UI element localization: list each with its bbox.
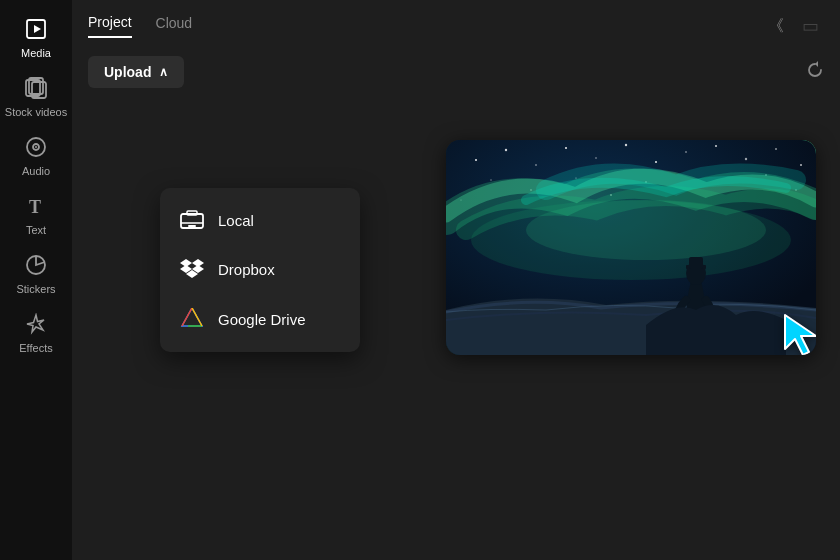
upload-row: Upload ∧ [72,44,840,100]
content-area: Local Dropbox [72,100,840,560]
local-icon [180,210,204,230]
dropdown-item-google-drive[interactable]: Google Drive [160,294,360,344]
svg-point-7 [35,146,37,148]
svg-point-27 [565,147,567,149]
effects-icon [25,313,47,338]
dropdown-item-drive-label: Google Drive [218,311,306,328]
media-icon [25,18,47,43]
aurora-background [446,140,816,355]
sidebar-item-media[interactable]: Media [0,8,72,67]
sidebar-item-label-text: Text [26,224,46,236]
svg-line-21 [182,308,192,326]
sidebar-item-audio[interactable]: Audio [0,126,72,185]
upload-label: Upload [104,64,151,80]
svg-text:T: T [29,197,41,217]
dropdown-item-local-label: Local [218,212,254,229]
dropdown-item-dropbox-label: Dropbox [218,261,275,278]
sidebar-item-stock-videos[interactable]: Stock videos [0,67,72,126]
svg-point-36 [490,179,491,180]
svg-point-24 [475,159,477,161]
dropbox-icon [180,258,204,280]
image-preview [446,140,816,355]
main-panel: Project Cloud 《 ▭ Upload ∧ [72,0,840,560]
aurora-svg [446,140,816,355]
sidebar-item-label-stock: Stock videos [5,106,67,118]
tab-bar: Project Cloud 《 ▭ [72,0,840,44]
svg-point-29 [625,144,627,146]
sidebar-item-stickers[interactable]: Stickers [0,244,72,303]
upload-button[interactable]: Upload ∧ [88,56,184,88]
svg-marker-19 [182,308,202,326]
sidebar-item-effects[interactable]: Effects [0,303,72,362]
dropdown-item-local[interactable]: Local [160,196,360,244]
svg-point-34 [775,148,777,150]
collapse-panel-button[interactable]: 《 [768,16,784,37]
text-icon: T [25,195,47,220]
tab-cloud[interactable]: Cloud [156,15,193,37]
dropdown-item-dropbox[interactable]: Dropbox [160,244,360,294]
svg-line-22 [192,308,202,326]
sidebar: Media Stock videos Audio T Text [0,0,72,560]
upload-chevron-icon: ∧ [159,65,168,79]
svg-point-33 [745,158,747,160]
svg-point-35 [800,164,802,166]
sidebar-item-label-audio: Audio [22,165,50,177]
svg-marker-1 [34,25,41,33]
svg-point-32 [715,145,717,147]
svg-point-45 [526,200,766,260]
svg-rect-49 [689,257,703,269]
sidebar-item-label-media: Media [21,47,51,59]
google-drive-icon [180,308,204,330]
svg-point-28 [595,157,597,159]
svg-point-31 [685,151,687,153]
refresh-button[interactable] [806,61,824,83]
svg-point-30 [655,161,657,163]
sidebar-item-text[interactable]: T Text [0,185,72,244]
cursor-arrow [781,311,816,355]
sidebar-item-label-effects: Effects [19,342,52,354]
sidebar-item-label-stickers: Stickers [16,283,55,295]
panel-thumbnail: ▭ [796,12,824,40]
tab-actions: 《 ▭ [768,12,824,40]
svg-point-26 [535,164,537,166]
svg-point-25 [505,149,507,151]
stickers-icon [25,254,47,279]
audio-icon [25,136,47,161]
stock-videos-icon [25,77,47,102]
upload-dropdown: Local Dropbox [160,188,360,352]
svg-rect-11 [187,211,197,215]
tab-project[interactable]: Project [88,14,132,38]
